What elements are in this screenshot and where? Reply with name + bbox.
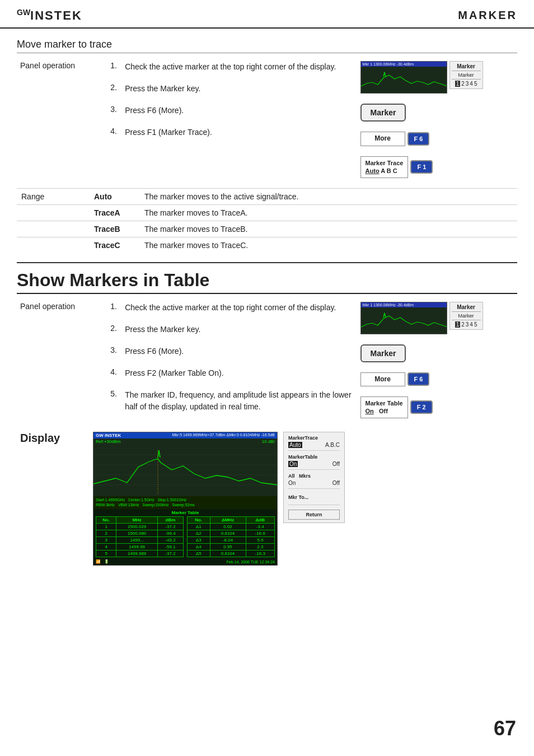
screen2-footer: 📶 🔋 Feb 14, 2006 TUE 12:34:24 bbox=[93, 558, 277, 565]
section2-step1: 1. Check the active marker at the top ri… bbox=[110, 302, 353, 314]
section-label: MARKER bbox=[458, 9, 517, 22]
section2-marker-subtitle: Marker bbox=[452, 313, 481, 320]
section1-waveform-svg bbox=[361, 67, 447, 94]
section1-f1-button[interactable]: F 1 bbox=[410, 160, 433, 174]
section2-waveform-svg bbox=[361, 307, 447, 334]
section2-screen-header: Mkr 1 1300.06MHz -30.4dBm bbox=[361, 302, 447, 307]
section1-range-desc-auto: The marker moves to the active signal/tr… bbox=[140, 188, 517, 204]
section1-display-step4: Marker Trace Auto A B C F 1 bbox=[360, 156, 514, 178]
screen2-marker-table: Marker Table No.MHzdBm 11500.029-37.2 21… bbox=[93, 509, 277, 558]
section2-marker-panel-title: Marker bbox=[452, 304, 481, 312]
panel-marker-table: MarkerTable On Off bbox=[288, 454, 340, 470]
section1-range-key-traceb: TraceB bbox=[90, 221, 140, 237]
screen2-table-left: No.MHzdBm 11500.029-37.2 21500.080-99.4 … bbox=[96, 516, 184, 557]
panel-all-mkrs-options: On Off bbox=[288, 480, 340, 486]
section1-marker-subtitle: Marker bbox=[452, 72, 481, 80]
section1-marker-trace-button[interactable]: Marker Trace Auto A B C bbox=[360, 156, 409, 178]
screen2-table-title: Marker Table bbox=[96, 510, 275, 515]
section2-f6-button[interactable]: F 6 bbox=[407, 372, 430, 386]
section1-display-step3: More F 6 bbox=[360, 132, 514, 146]
panel-mkr-to: Mkr To... bbox=[288, 492, 340, 505]
section2-display-label: Display bbox=[17, 430, 90, 568]
section2-title: Show Markers in Table bbox=[17, 270, 517, 294]
section2-display-step3: More F 6 bbox=[360, 372, 514, 387]
panel-marker-table-options: On Off bbox=[288, 461, 340, 467]
section2-marker-table-button[interactable]: Marker Table On Off bbox=[360, 396, 408, 418]
section2-step4: 4. Press F2 (Marker Table On). bbox=[110, 367, 353, 379]
section1-waveform-screen: Mkr 1 1300.06MHz -30.4dBm bbox=[360, 61, 447, 94]
section2-marker-button[interactable]: Marker bbox=[360, 344, 406, 362]
screen2-reflevel: Ref:+30dBm 10 dB/ bbox=[93, 438, 277, 445]
panel-marker-trace-title: MarkerTrace bbox=[288, 435, 340, 441]
section1-display-col: Mkr 1 1300.06MHz -30.4dBm Marker Marker … bbox=[357, 59, 517, 183]
screen2-header-bar: GW INSTEK Mkr:5 1499.969MHz=37.7dBm ΔMkr… bbox=[93, 432, 277, 438]
panel-marker-table-title: MarkerTable bbox=[288, 454, 340, 460]
section1-range-key-tracea: TraceA bbox=[90, 204, 140, 221]
page-number: 67 bbox=[494, 717, 516, 740]
section2-step2: 2. Press the Marker key. bbox=[110, 324, 353, 335]
section1-range-key-tracec: TraceC bbox=[90, 237, 140, 253]
screen2-table-right: No.ΔMHzΔdB Δ10.02-3.4 Δ20.8104-16.6 Δ3-6… bbox=[187, 516, 275, 557]
section1-display-step1: Mkr 1 1300.06MHz -30.4dBm Marker Marker … bbox=[360, 61, 514, 94]
section2-waveform-screen: Mkr 1 1300.06MHz -30.4dBm bbox=[360, 302, 447, 334]
section1-steps-col: 1. Check the active marker at the top ri… bbox=[107, 59, 357, 183]
section1-range-table: Range Auto The marker moves to the activ… bbox=[17, 188, 517, 253]
section2-marker-panel: Marker Marker 1 2 3 4 5 bbox=[449, 302, 483, 330]
panel-mkr-to-label: Mkr To... bbox=[288, 492, 340, 502]
panel-all-mkrs-title: All Mkrs bbox=[288, 473, 340, 479]
section2-op-table: Panel operation 1. Check the active mark… bbox=[17, 300, 517, 425]
section2-steps-col: 1. Check the active marker at the top ri… bbox=[107, 300, 357, 425]
section1-range-desc-traceb: The marker moves to TraceB. bbox=[140, 221, 517, 237]
section1-range-desc-tracea: The marker moves to TraceA. bbox=[140, 204, 517, 221]
section1-range-key-auto: Auto bbox=[90, 188, 140, 204]
section2-display-table: Display GW INSTEK Mkr:5 1499.969MHz=37.7… bbox=[17, 430, 517, 568]
section2-big-waveform bbox=[93, 445, 278, 495]
section1-marker-panel: Marker Marker 1 2 3 4 5 bbox=[449, 61, 483, 89]
section2-display-col: Mkr 1 1300.06MHz -30.4dBm Marker Marker … bbox=[357, 300, 517, 425]
section1-step1: 1. Check the active marker at the top ri… bbox=[110, 61, 353, 73]
section1-op-table: Panel operation 1. Check the active mark… bbox=[17, 59, 517, 183]
section2-panel-op-label: Panel operation bbox=[17, 300, 107, 425]
section2-step3: 3. Press F6 (More). bbox=[110, 346, 353, 357]
section1-step3: 3. Press F6 (More). bbox=[110, 105, 353, 116]
section1-marker-button[interactable]: Marker bbox=[360, 104, 406, 122]
section1-step4: 4. Press F1 (Marker Trace). bbox=[110, 127, 353, 138]
section2-right-panel: MarkerTrace Auto A.B.C MarkerTable On bbox=[283, 432, 345, 523]
section1-range-label: Range bbox=[17, 188, 90, 204]
panel-marker-trace-options: Auto A.B.C bbox=[288, 442, 340, 448]
section1-display-step2: Marker bbox=[360, 104, 514, 122]
section2-display-step2: Marker bbox=[360, 344, 514, 362]
section2-display-content: GW INSTEK Mkr:5 1499.969MHz=37.7dBm ΔMkr… bbox=[93, 432, 514, 566]
section1-marker-panel-title: Marker bbox=[452, 63, 481, 71]
section1-f6-button[interactable]: F 6 bbox=[407, 132, 430, 146]
section1-more-button[interactable]: More bbox=[360, 132, 405, 146]
section1-screen-header: Mkr 1 1300.06MHz -30.4dBm bbox=[361, 62, 447, 67]
section-show-markers: Show Markers in Table Panel operation 1.… bbox=[0, 263, 534, 568]
section1-title: Move marker to trace bbox=[17, 39, 517, 53]
logo: GWINSTEK bbox=[17, 8, 82, 23]
section2-display-step1: Mkr 1 1300.06MHz -30.4dBm Marker Marker … bbox=[360, 302, 514, 334]
section2-marker-nums: 1 2 3 4 5 bbox=[452, 321, 481, 328]
section2-step5: 5. The marker ID, frequency, and amplitu… bbox=[110, 389, 353, 413]
section2-display-step4: Marker Table On Off F 2 bbox=[360, 396, 514, 418]
section2-display-area: GW INSTEK Mkr:5 1499.969MHz=37.7dBm ΔMkr… bbox=[90, 430, 517, 568]
section2-more-button[interactable]: More bbox=[360, 372, 405, 387]
page-header: GWINSTEK MARKER bbox=[0, 0, 534, 29]
screen2-bottom-info: Start:1.4999GHz Center:1.5GHz Stop:1.500… bbox=[93, 496, 277, 510]
section1-panel-op-label: Panel operation bbox=[17, 59, 107, 183]
panel-marker-trace: MarkerTrace Auto A.B.C bbox=[288, 435, 340, 451]
panel-all-mkrs: All Mkrs On Off bbox=[288, 473, 340, 489]
section1-step2: 2. Press the Marker key. bbox=[110, 83, 353, 95]
section-move-marker: Move marker to trace Panel operation 1. … bbox=[0, 29, 534, 253]
section2-f2-button[interactable]: F 2 bbox=[410, 400, 433, 414]
panel-return[interactable]: Return bbox=[288, 510, 340, 520]
section2-big-screen: GW INSTEK Mkr:5 1499.969MHz=37.7dBm ΔMkr… bbox=[93, 432, 278, 566]
svg-rect-0 bbox=[93, 445, 278, 495]
section1-range-desc-tracec: The marker moves to TraceC. bbox=[140, 237, 517, 253]
section1-marker-nums: 1 2 3 4 5 bbox=[452, 81, 481, 87]
